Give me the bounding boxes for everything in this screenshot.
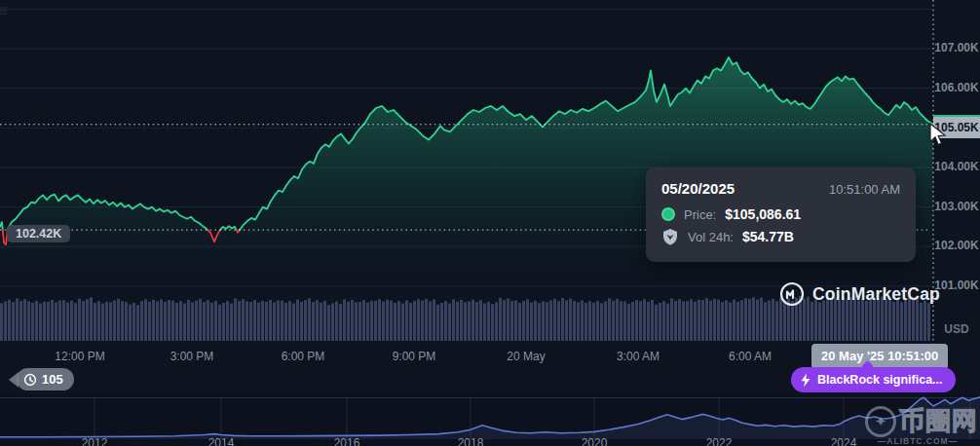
- coinmarketcap-wordmark: CoinMarketCap: [812, 284, 940, 305]
- cmc-price-chart-page: USD 105.05K 102.42K 20 May '25 10:51:00 …: [0, 0, 980, 446]
- y-axis-label: 106.00K: [934, 81, 979, 94]
- volume-shield-icon: [661, 228, 679, 245]
- site-name: 币圈网: [899, 404, 978, 438]
- minimap-year-label: 2020: [582, 436, 608, 446]
- y-axis-currency: USD: [934, 322, 979, 336]
- x-axis-label: 9:00 PM: [393, 350, 436, 363]
- chart-tooltip: 05/20/2025 10:51:00 AM Price: $105,086.6…: [646, 167, 916, 262]
- tooltip-vol-value: $54.77B: [742, 229, 794, 244]
- minimap-year-label: 2022: [706, 436, 733, 446]
- news-event-label: BlackRock significa...: [817, 373, 943, 387]
- minimap-year-label: 2016: [334, 436, 360, 446]
- mouse-cursor: [927, 123, 947, 146]
- coinmarketcap-watermark: CoinMarketCap: [779, 281, 940, 307]
- tooltip-price-value: $105,086.61: [725, 206, 801, 222]
- x-axis-label: 6:00 AM: [729, 350, 772, 363]
- history-count-badge[interactable]: 105: [17, 368, 74, 390]
- history-count: 105: [42, 372, 63, 387]
- open-price-badge: 102.42K: [7, 225, 70, 242]
- minimap-year-label: 2018: [458, 436, 484, 446]
- y-axis-label: 107.00K: [934, 41, 979, 55]
- y-axis-label: 102.00K: [934, 239, 979, 252]
- tooltip-time: 10:51:00 AM: [829, 182, 900, 197]
- y-axis-label: 103.00K: [934, 200, 979, 213]
- site-watermark: ✦ 币圈网 —ALIBTC.COM—: [863, 404, 978, 446]
- minimap-year-label: 2014: [208, 436, 235, 446]
- x-axis-label: 20 May: [507, 350, 545, 363]
- site-logo-icon: ✦: [865, 406, 896, 437]
- price-dot-icon: [661, 207, 675, 221]
- minimap-year-label: 2024: [831, 436, 857, 446]
- news-event-button[interactable]: BlackRock significa...: [791, 367, 956, 392]
- y-axis-label: 101.00K: [934, 279, 979, 292]
- minimap-year-label: 2012: [82, 436, 108, 446]
- x-axis-label: 3:00 AM: [617, 350, 660, 363]
- tooltip-vol-label: Vol 24h:: [688, 230, 734, 244]
- x-axis-label: 12:00 PM: [55, 350, 104, 363]
- lightning-icon: [800, 373, 811, 388]
- clock-history-icon: [23, 373, 37, 387]
- tooltip-date: 05/20/2025: [661, 180, 735, 197]
- x-axis-label: 3:00 PM: [170, 350, 214, 363]
- coinmarketcap-logo-icon: [779, 281, 805, 307]
- y-axis-label: 104.00K: [934, 160, 979, 173]
- x-axis-label: 6:00 PM: [282, 350, 325, 363]
- tooltip-price-label: Price:: [684, 207, 716, 222]
- current-time-badge: 20 May '25 10:51:00: [811, 344, 948, 369]
